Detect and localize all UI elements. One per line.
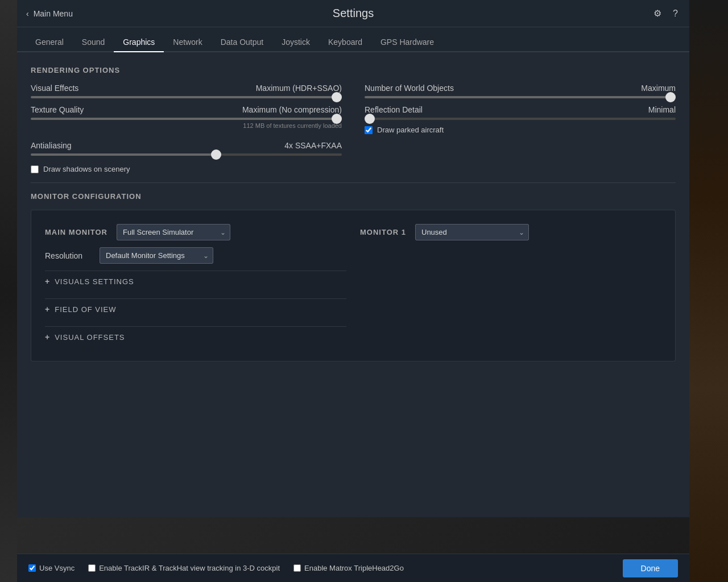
visual-offsets-header[interactable]: + VISUAL OFFSETS <box>45 332 346 342</box>
visual-effects-value: Maximum (HDR+SSAO) <box>256 84 342 93</box>
world-objects-slider[interactable] <box>365 96 676 98</box>
fov-expand-icon: + <box>45 305 50 314</box>
visual-offsets-label: VISUAL OFFSETS <box>55 333 125 342</box>
visuals-settings-header[interactable]: + VISUALS SETTINGS <box>45 277 346 286</box>
offsets-expand-icon: + <box>45 332 50 342</box>
resolution-dropdown[interactable]: Default Monitor Settings 1920x1080 2560x… <box>100 247 213 264</box>
trackir-checkbox[interactable] <box>88 564 96 572</box>
back-chevron-icon: ‹ <box>26 9 29 18</box>
matrox-row: Enable Matrox TripleHead2Go <box>293 564 404 572</box>
vsync-row: Use Vsync <box>28 564 75 572</box>
texture-quality-label: Texture Quality <box>31 105 84 114</box>
world-objects-row: Number of World Objects Maximum <box>365 84 676 98</box>
reflection-detail-row: Reflection Detail Minimal Draw parked ai… <box>365 105 676 134</box>
header-actions: ⚙ ? <box>651 6 680 21</box>
antialiasing-label: Antialiasing <box>31 141 72 150</box>
done-button[interactable]: Done <box>623 559 678 577</box>
cockpit-right-panel <box>689 0 728 582</box>
tab-joystick[interactable]: Joystick <box>272 33 319 52</box>
trackir-row: Enable TrackIR & TrackHat view tracking … <box>88 564 280 572</box>
field-of-view-label: FIELD OF VIEW <box>55 305 116 314</box>
main-monitor-label: MAIN MONITOR <box>45 228 107 236</box>
monitor1-section: MONITOR 1 Unused Full Screen Simulator W… <box>360 224 661 347</box>
draw-shadows-checkbox[interactable] <box>31 165 39 173</box>
world-objects-value: Maximum <box>641 84 676 93</box>
vsync-checkbox[interactable] <box>28 564 36 572</box>
visual-effects-slider[interactable] <box>31 96 342 98</box>
texture-quality-hint: 112 MB of textures currently loaded <box>31 122 342 129</box>
draw-parked-aircraft-checkbox[interactable] <box>365 126 373 134</box>
help-icon: ? <box>673 9 678 18</box>
help-button[interactable]: ? <box>671 6 680 21</box>
resolution-label: Resolution <box>45 251 90 260</box>
monitor-config-area: MAIN MONITOR Full Screen Simulator Windo… <box>31 210 676 361</box>
back-nav[interactable]: ‹ Main Menu <box>26 9 73 18</box>
texture-quality-row: Texture Quality Maximum (No compression)… <box>31 105 342 134</box>
monitor1-dropdown[interactable]: Unused Full Screen Simulator Windowed Si… <box>415 224 529 240</box>
matrox-label: Enable Matrox TripleHead2Go <box>304 564 404 572</box>
main-monitor-select[interactable]: Full Screen Simulator Windowed Simulator… <box>117 224 230 240</box>
header: ‹ Main Menu Settings ⚙ ? <box>17 0 689 27</box>
settings-icon-button[interactable]: ⚙ <box>651 6 664 21</box>
resolution-select[interactable]: Default Monitor Settings 1920x1080 2560x… <box>100 247 213 264</box>
texture-quality-value: Maximum (No compression) <box>242 105 342 114</box>
antialiasing-slider[interactable] <box>31 153 342 156</box>
cockpit-left-panel <box>0 0 17 582</box>
main-monitor-section: MAIN MONITOR Full Screen Simulator Windo… <box>45 224 346 347</box>
draw-shadows-row: Draw shadows on scenery <box>31 165 676 173</box>
tab-bar: General Sound Graphics Network Data Outp… <box>17 27 689 52</box>
tab-data-output[interactable]: Data Output <box>212 33 273 52</box>
reflection-detail-slider[interactable] <box>365 118 676 120</box>
visual-effects-row: Visual Effects Maximum (HDR+SSAO) <box>31 84 342 98</box>
visuals-expand-icon: + <box>45 277 50 286</box>
visuals-settings-section: + VISUALS SETTINGS <box>45 271 346 292</box>
page-title: Settings <box>333 7 374 20</box>
tab-general[interactable]: General <box>26 33 73 52</box>
draw-parked-aircraft-row: Draw parked aircraft <box>365 126 676 134</box>
visuals-settings-label: VISUALS SETTINGS <box>55 277 134 286</box>
draw-parked-aircraft-label: Draw parked aircraft <box>377 126 444 134</box>
reflection-detail-label: Reflection Detail <box>365 105 423 114</box>
field-of-view-header[interactable]: + FIELD OF VIEW <box>45 305 346 314</box>
tab-graphics[interactable]: Graphics <box>114 33 164 52</box>
tab-network[interactable]: Network <box>164 33 211 52</box>
settings-panel: ‹ Main Menu Settings ⚙ ? General Sound G… <box>17 0 689 517</box>
visual-effects-label: Visual Effects <box>31 84 78 93</box>
matrox-checkbox[interactable] <box>293 564 301 572</box>
trackir-label: Enable TrackIR & TrackHat view tracking … <box>99 564 280 572</box>
tab-sound[interactable]: Sound <box>73 33 114 52</box>
tab-gps-hardware[interactable]: GPS Hardware <box>371 33 443 52</box>
vsync-label: Use Vsync <box>39 564 75 572</box>
antialiasing-value: 4x SSAA+FXAA <box>284 141 342 150</box>
sliders-icon: ⚙ <box>653 9 661 18</box>
field-of-view-section: + FIELD OF VIEW <box>45 298 346 319</box>
monitors-grid: MAIN MONITOR Full Screen Simulator Windo… <box>45 224 661 347</box>
back-label[interactable]: Main Menu <box>34 9 73 18</box>
bottom-bar: Use Vsync Enable TrackIR & TrackHat view… <box>17 554 689 582</box>
texture-quality-slider[interactable] <box>31 118 342 120</box>
visual-offsets-section: + VISUAL OFFSETS <box>45 326 346 347</box>
rendering-section-header: RENDERING OPTIONS <box>31 66 676 74</box>
tab-keyboard[interactable]: Keyboard <box>319 33 371 52</box>
monitor1-select[interactable]: Unused Full Screen Simulator Windowed Si… <box>415 224 529 240</box>
monitor-section-header: MONITOR CONFIGURATION <box>31 192 676 201</box>
content-area: RENDERING OPTIONS Visual Effects Maximum… <box>17 52 689 371</box>
antialiasing-row: Antialiasing 4x SSAA+FXAA <box>31 141 342 156</box>
monitor1-label: MONITOR 1 <box>360 228 406 236</box>
rendering-grid: Visual Effects Maximum (HDR+SSAO) Number… <box>31 84 676 156</box>
world-objects-label: Number of World Objects <box>365 84 454 93</box>
draw-shadows-label: Draw shadows on scenery <box>43 165 130 173</box>
main-monitor-dropdown[interactable]: Full Screen Simulator Windowed Simulator… <box>117 224 230 240</box>
reflection-detail-value: Minimal <box>648 105 676 114</box>
resolution-row: Resolution Default Monitor Settings 1920… <box>45 247 346 264</box>
